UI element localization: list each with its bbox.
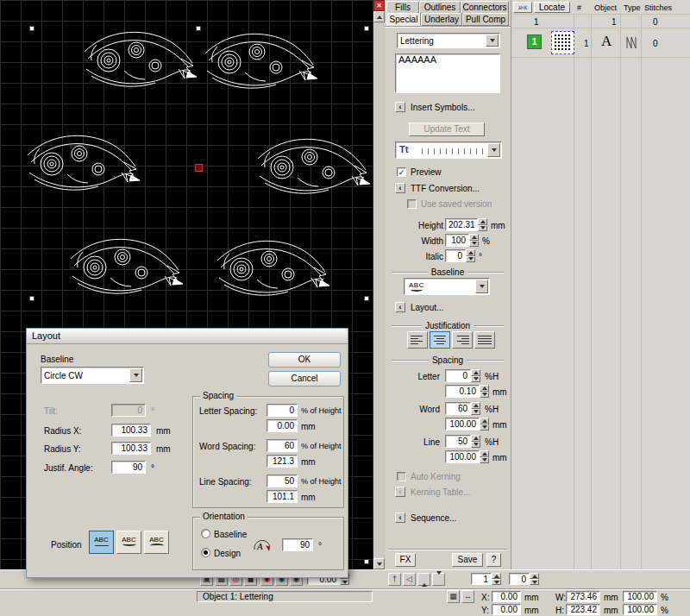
tab-pull-comp[interactable]: Pull Comp <box>462 13 509 26</box>
insert-symbols-label[interactable]: Insert Symbols... <box>411 103 474 112</box>
word-spacing-pct-field[interactable]: 60 <box>267 439 298 452</box>
dropdown-button[interactable] <box>475 280 488 293</box>
justify-right-button[interactable] <box>452 331 473 349</box>
fx-button[interactable]: FX <box>395 553 416 567</box>
letter-spacing-mm-field[interactable]: 0.00 <box>267 419 298 432</box>
selection-handle[interactable] <box>29 26 34 31</box>
auto-kerning-label: Auto Kerning <box>411 472 461 481</box>
locate-button[interactable]: Locate <box>534 2 570 13</box>
panel-collapse-button[interactable]: »« <box>513 2 532 13</box>
grid-toggle-icon[interactable]: ▦ <box>447 590 460 603</box>
dropdown-button[interactable] <box>486 35 499 47</box>
letter-spacing-pct-field[interactable]: 0 <box>445 369 471 382</box>
height-spinner[interactable] <box>478 218 487 231</box>
word-mm-spinner[interactable] <box>480 418 489 431</box>
baseline-orientation-radio[interactable] <box>201 529 210 538</box>
tab-fills[interactable]: Fills <box>386 1 419 14</box>
width-field[interactable]: 100 <box>445 234 469 247</box>
h-field[interactable]: 223.42 <box>566 604 600 615</box>
chevron-down-icon <box>490 39 495 42</box>
selection-handle[interactable] <box>364 26 369 31</box>
speaker-icon[interactable]: ◁ <box>403 573 416 586</box>
line-spacing-pct-field[interactable]: 50 <box>445 435 471 448</box>
letter-spacing-mm-field[interactable]: 0.10 <box>445 385 480 398</box>
justify-left-button[interactable] <box>407 331 428 349</box>
ttf-conversion-label[interactable]: TTF Conversion... <box>411 184 480 193</box>
selection-handle[interactable] <box>196 26 201 31</box>
design-orientation-radio[interactable] <box>201 548 210 557</box>
move-pointer-icon[interactable]: ↔ <box>461 590 474 603</box>
line-spacing-pct-field[interactable]: 50 <box>267 475 298 487</box>
ok-button[interactable]: OK <box>268 352 341 368</box>
object-type-select[interactable]: Lettering <box>397 33 500 48</box>
line-mm-spinner[interactable] <box>480 450 489 463</box>
current-stitch-spinner[interactable] <box>492 573 501 585</box>
word-spacing-mm-field[interactable]: 121.3 <box>267 455 298 468</box>
dropdown-button[interactable] <box>487 143 500 157</box>
preview-checkbox[interactable]: ✓ <box>397 167 406 177</box>
thread-color-swatch[interactable]: 1 <box>527 35 542 49</box>
position-arc-down-button[interactable]: ABC <box>116 531 141 554</box>
travel-down-button[interactable] <box>432 573 445 586</box>
position-baseline-button[interactable]: ABC <box>89 531 114 554</box>
baseline-combo[interactable]: Circle CW <box>41 367 144 384</box>
line-spacing-mm-field[interactable]: 100.00 <box>445 450 480 463</box>
selection-handle[interactable] <box>29 296 34 301</box>
word-spacing-pct-field[interactable]: 60 <box>445 402 471 415</box>
justify-center-button[interactable] <box>430 331 450 349</box>
rotation-center-marker[interactable] <box>195 164 203 172</box>
position-arc-up-button[interactable]: ABC <box>144 531 169 554</box>
insert-symbols-button[interactable]: ‹ <box>395 102 405 112</box>
width-spinner[interactable] <box>469 234 479 247</box>
justif-angle-field[interactable]: 90 <box>111 461 146 474</box>
letter-spacing-pct-field[interactable]: 0 <box>267 404 298 417</box>
current-stitch-field[interactable]: 1 <box>471 573 492 585</box>
radius-y-field[interactable]: 100.33 <box>111 442 151 455</box>
y-field[interactable]: 0.00 <box>492 604 521 615</box>
selection-handle[interactable] <box>364 559 369 564</box>
justify-full-button[interactable] <box>474 331 495 349</box>
close-design-button[interactable]: ✕ <box>373 0 385 11</box>
help-button[interactable]: ? <box>486 553 501 567</box>
tab-underlay[interactable]: Underlay <box>421 13 462 26</box>
baseline-select[interactable]: ABC <box>404 278 490 295</box>
scroll-down-button[interactable] <box>373 558 385 569</box>
sequence-label[interactable]: Sequence... <box>411 513 456 523</box>
word-pct-spinner[interactable] <box>471 402 480 415</box>
cancel-button[interactable]: Cancel <box>268 371 341 387</box>
x-field[interactable]: 0.00 <box>492 591 521 602</box>
needle-icon[interactable]: † <box>388 573 401 586</box>
line-spacing-mm-field[interactable]: 101.1 <box>267 490 298 503</box>
object-thumbnail[interactable] <box>551 31 574 54</box>
save-button[interactable]: Save <box>452 553 483 567</box>
tab-special[interactable]: Special <box>386 13 421 26</box>
sequence-button[interactable]: ‹ <box>395 512 405 523</box>
line-pct-spinner[interactable] <box>471 435 480 448</box>
font-select[interactable]: Tt <box>395 141 502 159</box>
ttf-conversion-button[interactable]: ‹ <box>395 183 405 193</box>
height-field[interactable]: 202.31 <box>445 218 478 231</box>
selection-handle[interactable] <box>364 296 369 301</box>
radius-x-field[interactable]: 100.33 <box>111 424 151 437</box>
word-spacing-mm-field[interactable]: 100.00 <box>445 418 480 431</box>
italic-spinner[interactable] <box>466 249 475 262</box>
orientation-angle-field[interactable]: 90 <box>282 538 313 551</box>
dropdown-button[interactable] <box>129 368 142 382</box>
current-color-field[interactable]: 0 <box>509 573 530 585</box>
travel-up-button[interactable] <box>417 573 430 586</box>
tab-outlines[interactable]: Outlines <box>419 1 461 14</box>
dialog-title-bar[interactable]: Layout <box>27 329 348 344</box>
lettering-text-input[interactable]: AAAAAA <box>395 53 500 93</box>
letter-mm-spinner[interactable] <box>480 385 489 398</box>
h-pct-field[interactable]: 100.00 <box>623 604 657 615</box>
italic-field[interactable]: 0 <box>445 249 466 262</box>
scroll-up-button[interactable] <box>373 11 385 22</box>
layout-button[interactable]: ‹ <box>395 302 405 312</box>
tab-connectors[interactable]: Connectors <box>461 1 509 14</box>
canvas-vertical-scrollbar[interactable]: ✕ <box>373 0 385 569</box>
current-color-spinner[interactable] <box>530 573 539 585</box>
w-field[interactable]: 273.46 <box>566 591 600 602</box>
letter-pct-spinner[interactable] <box>471 369 480 382</box>
w-pct-field[interactable]: 100.00 <box>623 591 657 602</box>
layout-label[interactable]: Layout... <box>411 303 443 312</box>
